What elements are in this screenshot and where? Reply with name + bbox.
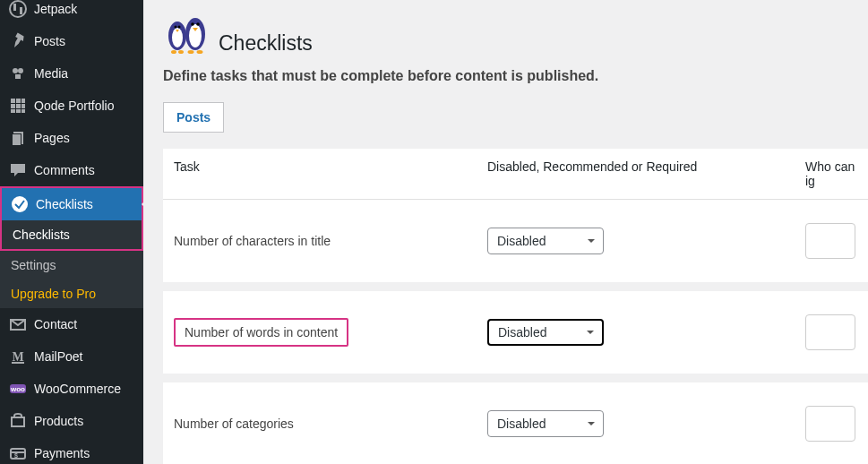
sidebar-item-posts[interactable]: Posts: [0, 25, 143, 57]
sidebar-item-contact[interactable]: Contact: [0, 308, 143, 340]
rule-select-value: Disabled: [497, 234, 546, 248]
svg-point-38: [171, 50, 176, 54]
svg-rect-5: [15, 74, 21, 79]
svg-rect-25: [11, 449, 25, 459]
sidebar-item-comments[interactable]: Comments: [0, 154, 143, 186]
check-icon: [11, 195, 29, 213]
tab-posts[interactable]: Posts: [163, 102, 224, 133]
task-name: Number of characters in title: [174, 234, 331, 248]
sidebar-item-label: Comments: [34, 163, 95, 177]
svg-point-33: [178, 26, 181, 29]
mail-icon: [9, 315, 27, 333]
svg-point-18: [12, 196, 28, 212]
rule-select[interactable]: Disabled: [487, 410, 604, 437]
table-row: Number of words in content Disabled: [163, 282, 868, 374]
grid-icon: [9, 97, 27, 115]
admin-sidebar: Jetpack Posts Media Qode Portfolio Pages…: [0, 0, 143, 464]
rule-select-value: Disabled: [497, 417, 546, 431]
svg-rect-12: [11, 109, 15, 113]
highlight-current-menu-group: Checklists Checklists: [0, 186, 143, 251]
svg-point-0: [10, 1, 26, 17]
svg-rect-10: [16, 104, 21, 108]
svg-rect-17: [13, 134, 21, 145]
svg-rect-2: [20, 7, 22, 14]
svg-rect-11: [21, 104, 25, 108]
page-subtitle: Define tasks that must be complete befor…: [163, 68, 868, 84]
svg-point-39: [178, 50, 184, 54]
sidebar-item-label: Qode Portfolio: [34, 99, 115, 113]
sidebar-item-label: Media: [34, 66, 68, 81]
who-can-ignore-select[interactable]: [805, 223, 855, 259]
sidebar-subitem-checklists[interactable]: Checklists: [2, 220, 142, 249]
svg-text:woo: woo: [10, 385, 25, 393]
svg-point-31: [189, 24, 202, 47]
sidebar-item-label: WooCommerce: [34, 382, 121, 396]
svg-rect-14: [21, 109, 25, 113]
media-icon: [9, 64, 27, 82]
svg-rect-9: [11, 104, 15, 108]
svg-point-35: [196, 22, 200, 26]
main-content: Checklists Define tasks that must be com…: [143, 0, 868, 464]
checklists-logo: [163, 9, 213, 56]
sidebar-item-media[interactable]: Media: [0, 57, 143, 90]
page-icon: [9, 129, 27, 147]
svg-point-32: [175, 26, 177, 29]
svg-rect-13: [16, 109, 21, 113]
sidebar-item-label: Payments: [34, 446, 90, 460]
products-icon: [9, 412, 27, 430]
svg-point-41: [197, 50, 203, 54]
svg-rect-7: [16, 99, 21, 103]
svg-text:$: $: [14, 452, 18, 460]
svg-rect-24: [12, 417, 24, 426]
svg-rect-6: [11, 99, 15, 103]
sidebar-item-label: Contact: [34, 317, 77, 331]
who-can-ignore-select[interactable]: [805, 314, 855, 350]
svg-rect-8: [21, 99, 25, 103]
sidebar-item-products[interactable]: Products: [0, 405, 143, 437]
rule-select[interactable]: Disabled: [487, 319, 604, 346]
sidebar-item-pages[interactable]: Pages: [0, 122, 143, 154]
sidebar-item-label: MailPoet: [34, 349, 82, 364]
who-can-ignore-select[interactable]: [805, 406, 855, 442]
pin-icon: [9, 32, 27, 50]
table-row: Number of characters in title Disabled: [163, 200, 868, 282]
tasks-table: Task Disabled, Recommended or Required W…: [163, 149, 868, 464]
task-name: Number of categories: [174, 417, 294, 431]
sidebar-item-label: Checklists: [36, 197, 93, 211]
sidebar-subitem-upgrade[interactable]: Upgrade to Pro: [0, 279, 143, 308]
sidebar-item-label: Posts: [34, 34, 65, 48]
sidebar-item-woocommerce[interactable]: woo WooCommerce: [0, 373, 143, 405]
sidebar-item-jetpack[interactable]: Jetpack: [0, 0, 143, 25]
svg-point-4: [18, 68, 23, 73]
svg-text:M: M: [12, 350, 23, 364]
sidebar-item-payments[interactable]: $ Payments: [0, 437, 143, 464]
mailpoet-icon: M: [9, 348, 27, 365]
sidebar-item-mailpoet[interactable]: M MailPoet: [0, 340, 143, 373]
task-name: Number of words in content: [174, 318, 348, 347]
col-header-who: Who can ig: [805, 159, 868, 188]
svg-point-34: [191, 22, 194, 26]
col-header-rule: Disabled, Recommended or Required: [487, 159, 805, 188]
woo-icon: woo: [9, 380, 27, 398]
sidebar-item-label: Jetpack: [34, 2, 77, 16]
chevron-down-icon: [587, 417, 596, 431]
sidebar-item-label: Products: [34, 414, 83, 428]
svg-point-40: [188, 50, 194, 54]
comment-icon: [9, 161, 27, 179]
svg-rect-1: [13, 4, 16, 11]
chevron-down-icon: [586, 325, 595, 339]
sidebar-item-checklists[interactable]: Checklists: [2, 188, 142, 220]
sidebar-item-label: Pages: [34, 131, 70, 145]
svg-point-3: [13, 68, 18, 73]
sidebar-item-qode[interactable]: Qode Portfolio: [0, 90, 143, 122]
jetpack-icon: [9, 0, 27, 18]
chevron-down-icon: [587, 234, 596, 248]
col-header-task: Task: [174, 159, 487, 188]
table-row: Number of categories Disabled: [163, 374, 868, 464]
page-title: Checklists: [219, 31, 313, 56]
payments-icon: $: [9, 444, 27, 462]
table-header: Task Disabled, Recommended or Required W…: [163, 149, 868, 200]
rule-select-value: Disabled: [498, 325, 546, 339]
sidebar-subitem-settings[interactable]: Settings: [0, 251, 143, 279]
rule-select[interactable]: Disabled: [487, 228, 604, 254]
